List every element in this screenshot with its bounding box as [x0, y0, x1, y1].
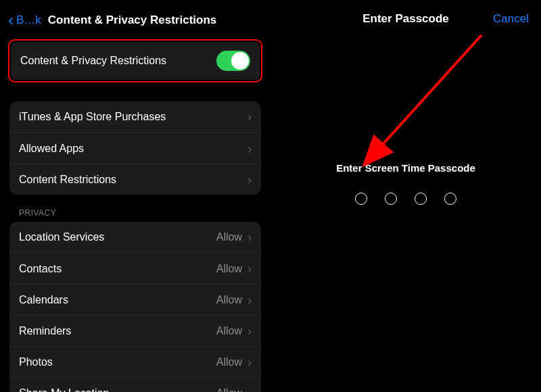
row-value: Allow: [216, 231, 242, 243]
row-label: Location Services: [19, 231, 216, 243]
row-value: Allow: [216, 294, 242, 306]
passcode-dot-icon: [355, 193, 367, 205]
row-label: Calendars: [19, 294, 216, 306]
nav-content-restrictions[interactable]: Content Restrictions ›: [9, 164, 261, 195]
privacy-contacts[interactable]: Contacts Allow ›: [9, 253, 261, 284]
nav-allowed-apps[interactable]: Allowed Apps ›: [9, 132, 261, 164]
passcode-dots[interactable]: [270, 193, 541, 205]
row-value: Allow: [216, 263, 242, 275]
cancel-button[interactable]: Cancel: [488, 12, 529, 26]
right-header: Enter Passcode Cancel: [270, 12, 541, 26]
row-value: Allow: [216, 387, 242, 393]
left-header: ‹ B…k Content & Privacy Restrictions: [0, 0, 270, 39]
chevron-right-icon: ›: [248, 263, 252, 275]
passcode-dot-icon: [444, 193, 456, 205]
row-label: Photos: [19, 356, 216, 368]
privacy-section-header: Privacy: [19, 208, 252, 218]
nav-group: iTunes & App Store Purchases › Allowed A…: [9, 101, 261, 195]
privacy-reminders[interactable]: Reminders Allow ›: [9, 315, 261, 346]
toggle-switch[interactable]: [216, 51, 250, 71]
row-label: Reminders: [19, 325, 216, 337]
chevron-right-icon: ›: [248, 387, 252, 393]
privacy-group: Location Services Allow › Contacts Allow…: [9, 222, 261, 392]
toggle-knob-icon: [231, 52, 249, 70]
chevron-right-icon: ›: [248, 231, 252, 243]
privacy-location-services[interactable]: Location Services Allow ›: [9, 222, 261, 253]
row-value: Allow: [216, 356, 242, 368]
passcode-title: Enter Passcode: [362, 12, 449, 26]
back-button-label[interactable]: B…k: [16, 14, 41, 27]
highlight-annotation: Content & Privacy Restrictions: [8, 39, 262, 82]
svg-line-1: [380, 35, 481, 147]
passcode-dot-icon: [385, 193, 397, 205]
back-chevron-icon[interactable]: ‹: [8, 12, 14, 28]
row-label: Contacts: [19, 263, 216, 275]
row-value: Allow: [216, 325, 242, 337]
content-privacy-toggle-row[interactable]: Content & Privacy Restrictions: [11, 42, 260, 80]
privacy-share-location[interactable]: Share My Location Allow ›: [9, 377, 261, 392]
annotation-arrow-icon: [270, 0, 541, 270]
chevron-right-icon: ›: [248, 174, 252, 186]
privacy-calendars[interactable]: Calendars Allow ›: [9, 284, 261, 315]
toggle-card: Content & Privacy Restrictions: [11, 42, 260, 80]
privacy-photos[interactable]: Photos Allow ›: [9, 346, 261, 377]
passcode-area: Enter Screen Time Passcode: [270, 162, 541, 205]
chevron-right-icon: ›: [248, 356, 252, 368]
passcode-panel: Enter Passcode Cancel Enter Screen Time …: [270, 0, 541, 392]
settings-panel: ‹ B…k Content & Privacy Restrictions Con…: [0, 0, 270, 392]
passcode-prompt: Enter Screen Time Passcode: [270, 162, 541, 174]
nav-itunes-purchases[interactable]: iTunes & App Store Purchases ›: [9, 101, 261, 132]
chevron-right-icon: ›: [248, 325, 252, 337]
row-label: Share My Location: [19, 387, 216, 393]
chevron-right-icon: ›: [248, 143, 252, 155]
page-title: Content & Privacy Restrictions: [48, 14, 216, 27]
chevron-right-icon: ›: [248, 294, 252, 306]
row-label: Allowed Apps: [19, 143, 248, 155]
chevron-right-icon: ›: [248, 111, 252, 123]
row-label: Content & Privacy Restrictions: [20, 55, 216, 67]
passcode-dot-icon: [415, 193, 427, 205]
row-label: Content Restrictions: [19, 174, 248, 186]
row-label: iTunes & App Store Purchases: [19, 111, 248, 123]
